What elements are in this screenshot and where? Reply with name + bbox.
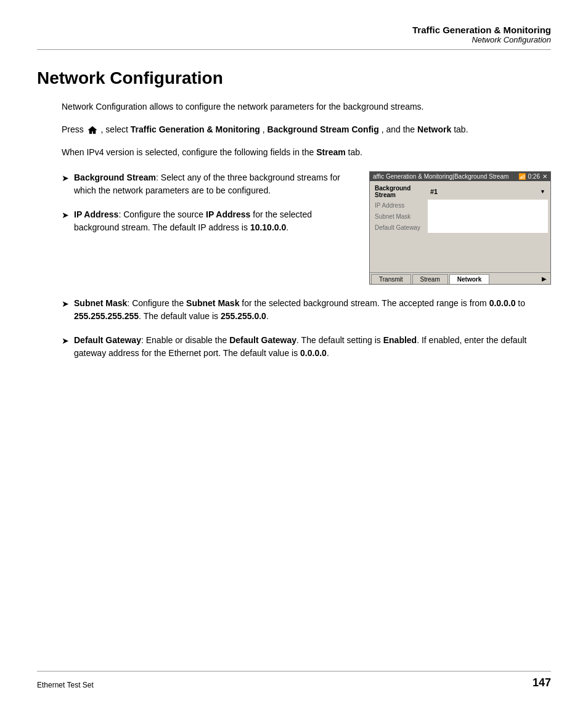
press-post1: , select bbox=[101, 124, 131, 134]
dropdown-arrow-icon: ▼ bbox=[540, 189, 545, 195]
bullet-text-4: Default Gateway: Enable or disable the D… bbox=[74, 334, 551, 360]
row-value-ip bbox=[428, 200, 548, 211]
row-value-gateway bbox=[428, 222, 548, 233]
ipv4-instruction: When IPv4 version is selected, configure… bbox=[37, 146, 551, 159]
row-value-subnet bbox=[428, 211, 548, 222]
tab-transmit[interactable]: Transmit bbox=[371, 274, 411, 284]
row-label-gateway: Default Gateway bbox=[372, 222, 428, 233]
widget-time: 0:26 bbox=[528, 173, 540, 180]
lower-bullets: ➤ Subnet Mask: Configure the Subnet Mask… bbox=[37, 297, 551, 360]
press-instruction: Press , select Traffic Generation & Moni… bbox=[37, 123, 551, 136]
table-header-row: Background Stream #1 ▼ bbox=[372, 184, 548, 200]
value-subnet-max: 255.255.255.255 bbox=[74, 311, 139, 321]
value-subnet-min: 0.0.0.0 bbox=[489, 298, 516, 308]
bullet-background-stream: ➤ Background Stream: Select any of the t… bbox=[62, 171, 357, 197]
widget-content: Background Stream #1 ▼ IP Address bbox=[370, 181, 550, 272]
term-ip-address: IP Address bbox=[74, 209, 118, 219]
table-row: IP Address bbox=[372, 200, 548, 211]
page-heading: Network Configuration bbox=[37, 68, 551, 88]
tab-next-arrow-icon[interactable]: ▶ bbox=[539, 274, 549, 284]
ipv4-pre: When IPv4 version is selected, configure… bbox=[62, 147, 314, 157]
term-default-gateway: Default Gateway bbox=[74, 335, 141, 345]
term-ip-address-bold2: IP Address bbox=[206, 209, 250, 219]
press-post3: , and the bbox=[382, 124, 417, 134]
widget-titlebar-text: affic Generation & Monitoring|Background… bbox=[373, 173, 508, 180]
bullet-arrow-1: ➤ bbox=[62, 172, 69, 197]
footer-page-number: 147 bbox=[533, 676, 551, 689]
bullet-text-2: IP Address: Configure the source IP Addr… bbox=[74, 208, 357, 234]
value-gateway-default: Enabled bbox=[383, 335, 417, 345]
value-ip-default: 10.10.0.0 bbox=[250, 222, 286, 232]
term-default-gateway-bold2: Default Gateway bbox=[229, 335, 296, 345]
table-row: Subnet Mask bbox=[372, 211, 548, 222]
tab-network[interactable]: Network bbox=[449, 274, 489, 284]
main-content: Network Configuration Network Configurat… bbox=[37, 68, 551, 360]
page-container: Traffic Generation & Monitoring Network … bbox=[0, 0, 588, 714]
press-post2: , bbox=[263, 124, 267, 134]
dropdown-value: #1 bbox=[430, 188, 438, 195]
widget-tabs: Transmit Stream Network ▶ bbox=[370, 272, 550, 284]
press-pre: Press bbox=[62, 124, 86, 134]
widget-titlebar: affic Generation & Monitoring|Background… bbox=[370, 172, 550, 181]
header-title: Traffic Generation & Monitoring bbox=[412, 25, 551, 35]
table-header-value: #1 ▼ bbox=[428, 184, 548, 200]
value-subnet-default: 255.255.0.0 bbox=[221, 311, 266, 321]
bullet-column-left: ➤ Background Stream: Select any of the t… bbox=[62, 171, 357, 285]
widget-close-icon[interactable]: ✕ bbox=[542, 173, 547, 180]
bullet-arrow-4: ➤ bbox=[62, 335, 69, 360]
bullet-default-gateway: ➤ Default Gateway: Enable or disable the… bbox=[62, 334, 551, 360]
page-footer: Ethernet Test Set 147 bbox=[37, 671, 551, 689]
term-subnet-mask-bold2: Subnet Mask bbox=[186, 298, 239, 308]
ipv4-bold: Stream bbox=[316, 147, 345, 157]
header-subtitle: Network Configuration bbox=[472, 35, 551, 44]
home-icon bbox=[88, 125, 97, 135]
widget-titlebar-right: 📶 0:26 ✕ bbox=[518, 173, 547, 180]
bullet-ip-address: ➤ IP Address: Configure the source IP Ad… bbox=[62, 208, 357, 234]
widget-table: Background Stream #1 ▼ IP Address bbox=[372, 184, 548, 233]
table-header-label: Background Stream bbox=[372, 184, 428, 200]
intro-paragraph: Network Configuration allows to configur… bbox=[37, 100, 551, 113]
term-subnet-mask: Subnet Mask bbox=[74, 298, 127, 308]
press-bold3: Network bbox=[417, 124, 451, 134]
row-label-ip: IP Address bbox=[372, 200, 428, 211]
ipv4-post: tab. bbox=[348, 147, 362, 157]
press-post4: tab. bbox=[454, 124, 468, 134]
row-label-subnet: Subnet Mask bbox=[372, 211, 428, 222]
press-bold1: Traffic Generation & Monitoring bbox=[131, 124, 260, 134]
page-header: Traffic Generation & Monitoring Network … bbox=[37, 25, 551, 50]
bullet-text-1: Background Stream: Select any of the thr… bbox=[74, 171, 357, 197]
value-gateway-ip: 0.0.0.0 bbox=[300, 348, 327, 358]
widget-signal-icon: 📶 bbox=[518, 173, 526, 180]
table-row: Default Gateway bbox=[372, 222, 548, 233]
bullet-arrow-3: ➤ bbox=[62, 298, 69, 323]
screenshot-column: affic Generation & Monitoring|Background… bbox=[369, 171, 551, 285]
screenshot-widget: affic Generation & Monitoring|Background… bbox=[369, 171, 551, 285]
footer-product: Ethernet Test Set bbox=[37, 681, 94, 689]
tab-stream[interactable]: Stream bbox=[412, 274, 448, 284]
bullet-arrow-2: ➤ bbox=[62, 209, 69, 234]
term-background-stream: Background Stream bbox=[74, 172, 156, 182]
press-bold2: Background Stream Config bbox=[267, 124, 379, 134]
widget-spacer bbox=[372, 233, 548, 270]
bullet-subnet-mask: ➤ Subnet Mask: Configure the Subnet Mask… bbox=[62, 297, 551, 323]
bullet-text-3: Subnet Mask: Configure the Subnet Mask f… bbox=[74, 297, 551, 323]
dropdown-cell[interactable]: #1 ▼ bbox=[430, 188, 545, 195]
two-col-section: ➤ Background Stream: Select any of the t… bbox=[37, 171, 551, 285]
